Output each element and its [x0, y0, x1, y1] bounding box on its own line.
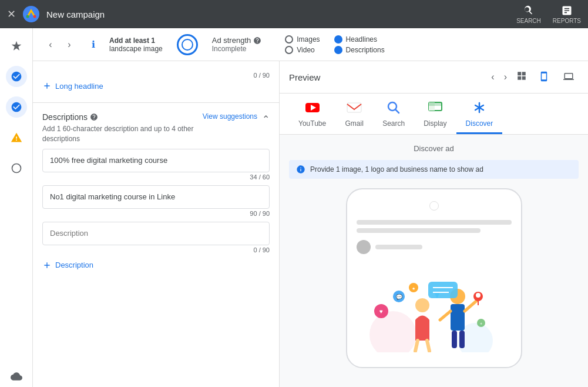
mobile-preview: ♥ 💬 ★ [346, 188, 522, 368]
tab-discover[interactable]: Discover [456, 94, 503, 134]
top-bar-actions: SEARCH REPORTS [516, 5, 581, 24]
checklist-video: Video [285, 46, 320, 54]
preview-grid[interactable] [514, 68, 529, 86]
close-icon[interactable]: ✕ [7, 8, 16, 21]
description-3-input[interactable] [42, 222, 270, 245]
svg-point-3 [12, 164, 21, 173]
checklist-descriptions: Descriptions [334, 46, 385, 54]
two-col-layout: 0 / 90 Long headline Descriptions [33, 61, 588, 387]
checklist-images: Images [285, 35, 320, 44]
descriptions-header: Descriptions Add 1 60-character descript… [42, 112, 270, 144]
svg-line-25 [427, 341, 429, 351]
svg-rect-29 [459, 331, 465, 348]
svg-text:+: + [479, 321, 482, 326]
discover-ad-info: Provide 1 image, 1 logo and business nam… [289, 160, 579, 179]
descriptions-title: Descriptions [42, 112, 203, 122]
gmail-icon [345, 98, 364, 117]
right-panel: Preview ‹ › [280, 61, 588, 387]
prev-arrow[interactable]: ‹ [42, 36, 59, 53]
svg-line-8 [395, 109, 399, 113]
tab-display[interactable]: Display [414, 94, 456, 134]
descriptions-section: Descriptions Add 1 60-character descript… [33, 103, 279, 282]
description-3-wrapper: 0 / 90 [42, 222, 270, 253]
google-ads-logo [23, 6, 39, 22]
add-icon [42, 81, 52, 91]
descriptions-help-icon[interactable] [90, 113, 98, 121]
ad-strength-checklist: Images Video Headlines Descriptions [285, 35, 384, 54]
nav-sparkle[interactable] [6, 35, 27, 56]
tab-gmail[interactable]: Gmail [335, 94, 373, 134]
svg-text:♥: ♥ [379, 308, 383, 315]
preview-prev[interactable]: ‹ [489, 69, 496, 85]
add-description-icon [42, 261, 52, 270]
add-description-button[interactable]: Description [42, 258, 93, 272]
nav-check-2[interactable] [6, 96, 27, 118]
nav-arrows: ‹ › [42, 36, 78, 53]
svg-rect-11 [429, 102, 442, 106]
svg-text:★: ★ [412, 286, 415, 291]
platform-tabs: YouTube Gmail [280, 94, 588, 135]
content-lines [357, 220, 512, 233]
page-title: New campaign [46, 9, 509, 19]
discover-ad-title: Discover ad [289, 144, 579, 153]
svg-text:💬: 💬 [395, 293, 402, 301]
description-2-wrapper: 90 / 90 [42, 185, 270, 217]
landscape-info-icon[interactable]: ℹ [92, 39, 95, 50]
tab-youtube[interactable]: YouTube [289, 94, 335, 134]
left-panel: 0 / 90 Long headline Descriptions [33, 61, 280, 387]
svg-line-24 [415, 341, 418, 351]
preview-header: Preview ‹ › [280, 61, 588, 94]
mobile-notch [429, 201, 439, 211]
nav-check-1[interactable] [6, 66, 27, 87]
svg-rect-6 [347, 103, 361, 112]
preview-nav: ‹ › [489, 68, 579, 86]
preview-next[interactable]: › [502, 69, 509, 85]
view-suggestions-link[interactable]: View suggestions [203, 112, 257, 121]
content-area: ‹ › ℹ Add at least 1 landscape image Ad … [33, 28, 588, 387]
next-arrow[interactable]: › [61, 36, 78, 53]
ad-strength-info: Ad strength Incomplete [212, 36, 262, 53]
description-1-wrapper: 34 / 60 [42, 149, 270, 181]
ad-strength-help-icon[interactable] [253, 36, 261, 45]
nav-warning[interactable] [6, 127, 27, 148]
description-2-input[interactable] [42, 185, 270, 209]
svg-point-1 [26, 15, 29, 18]
descriptions-subtitle: Add 1 60-character description and up to… [42, 124, 203, 144]
svg-point-33 [476, 293, 481, 298]
discover-icon [470, 98, 489, 117]
description-2-count: 90 / 90 [42, 210, 270, 217]
info-icon [296, 165, 305, 174]
tab-search[interactable]: Search [373, 94, 414, 134]
nav-circle[interactable] [6, 158, 27, 179]
avatar-row [357, 240, 512, 254]
ad-strength-bar: ‹ › ℹ Add at least 1 landscape image Ad … [33, 28, 588, 61]
add-long-headline-button[interactable]: Long headline [42, 79, 103, 93]
preview-mobile[interactable] [534, 69, 554, 86]
svg-point-23 [415, 298, 429, 312]
content-line-1 [357, 220, 512, 225]
long-headline-section: 0 / 90 Long headline [33, 61, 279, 103]
svg-point-0 [23, 6, 39, 22]
reports-nav-btn[interactable]: REPORTS [553, 5, 581, 24]
illustration: ♥ 💬 ★ [364, 264, 505, 352]
svg-rect-35 [428, 282, 458, 298]
search-tab-icon [384, 98, 403, 117]
svg-point-2 [33, 15, 36, 18]
preview-desktop[interactable] [559, 69, 579, 86]
svg-line-30 [465, 299, 478, 311]
display-icon [426, 98, 445, 117]
nav-cloud[interactable] [6, 366, 27, 387]
description-1-input[interactable] [42, 149, 270, 172]
top-bar: ✕ New campaign SEARCH REPORTS [0, 0, 588, 28]
illustration-area: ♥ 💬 ★ [357, 261, 512, 355]
content-line-2 [357, 228, 481, 233]
landscape-image-text: Add at least 1 landscape image [109, 36, 163, 53]
collapse-button[interactable]: ⌃ [262, 114, 270, 125]
svg-rect-28 [452, 331, 457, 348]
long-headline-char-count: 0 / 90 [42, 72, 270, 79]
youtube-icon [303, 98, 322, 117]
avatar [357, 240, 371, 254]
preview-content: Discover ad Provide 1 image, 1 logo and … [280, 135, 588, 378]
checklist-headlines: Headlines [334, 35, 385, 44]
search-nav-btn[interactable]: SEARCH [516, 5, 541, 24]
